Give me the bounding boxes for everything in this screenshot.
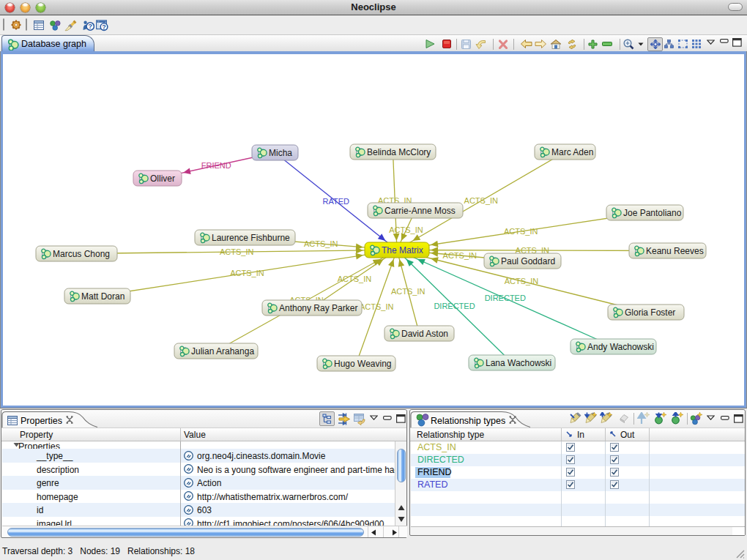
svg-text:Belinda McClory: Belinda McClory [367, 147, 431, 157]
svg-text:ACTS_IN: ACTS_IN [220, 247, 254, 256]
svg-text:ACTS_IN: ACTS_IN [391, 287, 425, 296]
svg-text:ACTS_IN: ACTS_IN [443, 251, 477, 260]
svg-text:FRIEND: FRIEND [201, 161, 231, 170]
svg-text:Andy Wachowski: Andy Wachowski [587, 342, 654, 352]
svg-text:Paul Goddard: Paul Goddard [501, 256, 555, 266]
svg-text:Julian Arahanga: Julian Arahanga [191, 346, 254, 356]
svg-text:RATED: RATED [323, 197, 350, 206]
svg-text:ACTS_IN: ACTS_IN [360, 302, 394, 311]
svg-text:Marc Aden: Marc Aden [551, 147, 593, 157]
svg-text:DIRECTED: DIRECTED [485, 294, 526, 302]
svg-text:ACTS_IN: ACTS_IN [230, 269, 264, 277]
svg-text:The Matrix: The Matrix [382, 245, 423, 255]
svg-text:ACTS_IN: ACTS_IN [338, 275, 372, 283]
svg-text:ACTS_IN: ACTS_IN [304, 239, 338, 248]
svg-text:Gloria Foster: Gloria Foster [625, 307, 675, 318]
svg-text:Marcus Chong: Marcus Chong [53, 249, 110, 259]
svg-text:Laurence Fishburne: Laurence Fishburne [212, 233, 290, 243]
svg-text:Micha: Micha [269, 148, 292, 158]
svg-text:Anthony Ray Parker: Anthony Ray Parker [279, 303, 357, 313]
svg-text:David Aston: David Aston [401, 329, 448, 339]
svg-text:Carrie-Anne Moss: Carrie-Anne Moss [384, 206, 456, 216]
svg-text:ACTS_IN: ACTS_IN [505, 277, 539, 285]
svg-text:DIRECTED: DIRECTED [434, 302, 475, 310]
svg-text:ACTS_IN: ACTS_IN [389, 225, 423, 234]
svg-text:?: ? [102, 23, 106, 31]
svg-text:Olliver: Olliver [150, 173, 175, 184]
svg-text:Matt Doran: Matt Doran [81, 291, 124, 302]
svg-text:Joe Pantoliano: Joe Pantoliano [623, 208, 682, 218]
svg-text:?: ? [88, 22, 92, 30]
svg-text:Lana Wachowski: Lana Wachowski [486, 358, 551, 368]
svg-text:ACTS_IN: ACTS_IN [504, 227, 538, 236]
svg-text:Keanu Reeves: Keanu Reeves [646, 246, 704, 256]
svg-text:ACTS_IN: ACTS_IN [464, 196, 499, 205]
svg-text:Hugo Weaving: Hugo Weaving [334, 359, 392, 369]
